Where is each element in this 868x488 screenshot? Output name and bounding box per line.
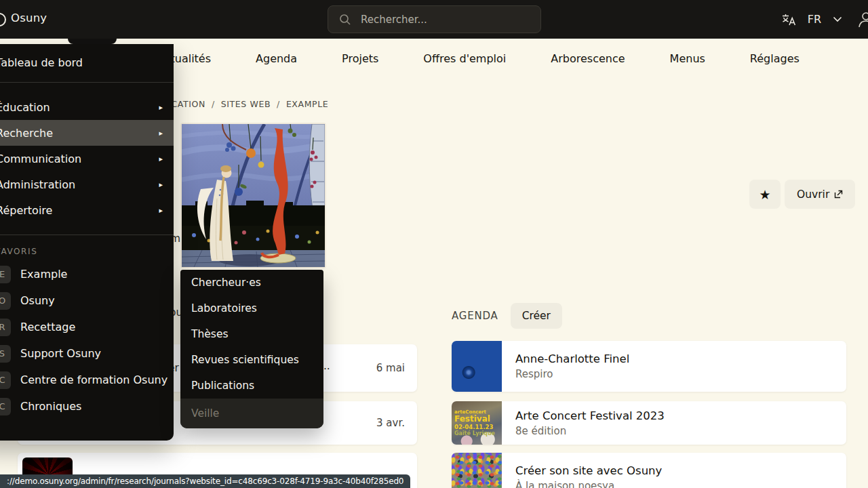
favorite-item-label: Recettage [20, 321, 75, 333]
brand-name[interactable]: Osuny [11, 12, 47, 24]
menu-item-recherche[interactable]: Recherche ▸ [0, 120, 174, 146]
external-link-icon [834, 190, 843, 199]
menu-divider [0, 82, 174, 83]
favorite-item-chroniques[interactable]: C Chroniques [0, 393, 174, 420]
breadcrumb-sites-web[interactable]: SITES WEB [221, 99, 271, 109]
open-site-label: Ouvrir [797, 188, 829, 201]
agenda-item-subtitle: 8e édition [515, 425, 833, 437]
chevron-right-icon: ▸ [159, 206, 163, 215]
agenda-item-subtitle: Respiro [515, 368, 833, 380]
nav-item-reglages[interactable]: Réglages [750, 52, 800, 65]
site-featured-illustration [180, 123, 326, 268]
nav-item-arborescence[interactable]: Arborescence [551, 52, 625, 65]
status-bar-url: ://demo.osuny.org/admin/fr/research/jour… [0, 474, 410, 488]
agenda-item-title: Créer son site avec Osuny [515, 464, 833, 477]
nav-item-projets[interactable]: Projets [342, 52, 378, 65]
global-search[interactable] [328, 5, 541, 33]
chevron-right-icon: ▸ [159, 180, 163, 189]
favorite-item-support-osuny[interactable]: S Support Osuny [0, 340, 174, 367]
submenu-item-veille[interactable]: Veille [180, 399, 323, 428]
menu-item-label: Communication [0, 152, 81, 165]
arte-poster-text: Festival [454, 415, 502, 424]
news-date: 6 mai [376, 344, 405, 392]
agenda-item-title: Anne-Charlotte Finel [515, 352, 833, 365]
favorites-section-title: FAVORIS [0, 247, 174, 256]
nav-item-agenda[interactable]: Agenda [256, 52, 297, 65]
fairy-tale-illustration [182, 124, 325, 267]
osuny-logo-icon [0, 13, 6, 26]
site-initial-badge: C [0, 398, 11, 415]
breadcrumb-separator: / [212, 99, 215, 109]
favorite-item-label: Centre de formation Osuny [20, 373, 167, 386]
breadcrumb-separator: / [277, 99, 280, 109]
favorite-item-label: Chroniques [20, 400, 81, 413]
top-bar: Osuny FR [0, 0, 868, 39]
agenda-create-button[interactable]: Créer [511, 303, 562, 329]
agenda-item-subtitle: À la maison noesya [515, 480, 833, 488]
favorite-star-button[interactable]: ★ [749, 180, 781, 209]
nav-item-menus[interactable]: Menus [670, 52, 705, 65]
translate-icon [781, 13, 796, 26]
agenda-thumbnail [452, 453, 502, 488]
favorite-item-example[interactable]: E Example [0, 261, 174, 287]
menu-item-tableau-de-bord[interactable]: Tableau de bord [0, 44, 174, 81]
language-selector[interactable]: FR [781, 0, 842, 39]
submenu-item-publications[interactable]: Publications [180, 373, 323, 399]
recherche-submenu: Chercheur·es Laboratoires Thèses Revues … [180, 270, 323, 428]
menu-item-communication[interactable]: Communication ▸ [0, 146, 174, 171]
favorite-item-osuny[interactable]: O Osuny [0, 287, 174, 314]
nav-item-offres-emploi[interactable]: Offres d'emploi [423, 52, 506, 65]
site-initial-badge: R [0, 319, 11, 336]
agenda-thumbnail: arteConcert Festival 02-04.11.23 Gaîté L… [452, 401, 502, 445]
agenda-card[interactable]: arteConcert Festival 02-04.11.23 Gaîté L… [452, 401, 846, 445]
agenda-header: AGENDA Créer [452, 303, 562, 329]
favorite-item-label: Example [20, 268, 67, 281]
chevron-right-icon: ▸ [159, 103, 163, 112]
menu-item-repertoire[interactable]: Répertoire ▸ [0, 197, 174, 223]
favorite-item-label: Osuny [20, 294, 55, 307]
osuny-admin-page: m ou er ... [0, 0, 868, 488]
agenda-thumbnail [452, 341, 502, 392]
chevron-down-icon [833, 16, 842, 22]
favorite-item-recettage[interactable]: R Recettage [0, 314, 174, 340]
menu-item-label: Administration [0, 178, 75, 191]
news-date: 3 avr. [376, 401, 405, 445]
agenda-item-title: Arte Concert Festival 2023 [515, 409, 833, 422]
site-initial-badge: O [0, 292, 11, 310]
agenda-card[interactable]: Créer son site avec Osuny À la maison no… [452, 453, 846, 488]
chevron-right-icon: ▸ [159, 129, 163, 138]
favorite-item-centre-de-formation[interactable]: C Centre de formation Osuny [0, 367, 174, 393]
open-site-button[interactable]: Ouvrir [785, 180, 855, 209]
menu-item-label: Recherche [0, 127, 53, 140]
menu-item-label: Répertoire [0, 204, 52, 217]
submenu-item-revues-scientifiques[interactable]: Revues scientifiques [180, 347, 323, 373]
menu-item-education[interactable]: Éducation ▸ [0, 94, 174, 120]
menu-item-label: Éducation [0, 101, 50, 114]
site-initial-badge: E [0, 266, 11, 283]
submenu-item-chercheurs[interactable]: Chercheur·es [180, 270, 323, 296]
language-code: FR [808, 13, 821, 26]
menu-item-administration[interactable]: Administration ▸ [0, 171, 174, 197]
agenda-card[interactable]: Anne-Charlotte Finel Respiro [452, 341, 846, 392]
arte-poster-text: Gaîté Lyrique [454, 430, 502, 436]
favorite-item-label: Support Osuny [20, 347, 101, 360]
search-icon [339, 14, 351, 26]
menu-divider [0, 235, 174, 235]
breadcrumb-example: EXAMPLE [286, 99, 328, 109]
star-icon: ★ [759, 187, 770, 202]
site-initial-badge: S [0, 345, 11, 363]
submenu-item-theses[interactable]: Thèses [180, 321, 323, 347]
arte-poster-text: 02-04.11.23 [454, 424, 502, 430]
chevron-right-icon: ▸ [159, 155, 163, 163]
user-icon[interactable] [857, 11, 868, 28]
agenda-section-title: AGENDA [452, 310, 498, 322]
site-initial-badge: C [0, 371, 11, 389]
main-dropdown-menu: Tableau de bord Éducation ▸ Recherche ▸ … [0, 44, 174, 441]
submenu-item-laboratoires[interactable]: Laboratoires [180, 296, 323, 321]
search-input[interactable] [359, 13, 525, 26]
